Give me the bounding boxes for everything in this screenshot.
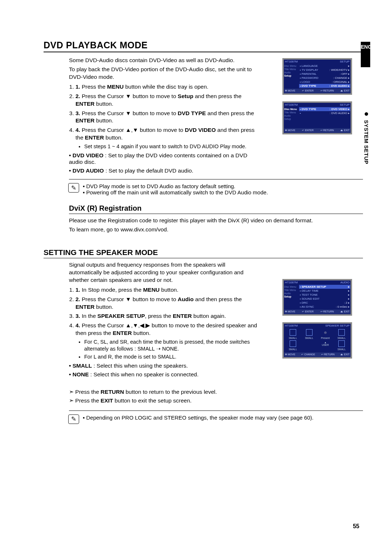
note-icon: ✎ xyxy=(68,183,79,193)
page-number: 55 xyxy=(353,523,359,530)
substep-csl-sr: For C, SL, and SR, each time the button … xyxy=(84,339,258,352)
note-icon: ✎ xyxy=(68,414,79,424)
osd-audio-screenshot: HT1087MAUDIO Disc MenuTitle MenuAudioSet… xyxy=(282,279,352,316)
note-2: Depending on PRO LOGIC and STEREO settin… xyxy=(83,414,363,421)
heading-dvd-playback: DVD PLAYBACK MODE xyxy=(44,40,363,52)
divx-text-1: Please use the Registration code to regi… xyxy=(69,217,363,225)
osd-dvdtype-screenshot: HT1087MSETUP Disc MenuTitle MenuAudioSet… xyxy=(282,101,352,134)
intro-text-2: To play back the DVD-Video portion of th… xyxy=(69,66,258,81)
heading-divx: DviX (R) Registration xyxy=(69,204,363,214)
exit-hint: Press the EXIT button to exit the setup … xyxy=(69,397,258,404)
steps-speaker: 1. In Stop mode, press the MENU button. … xyxy=(69,286,258,360)
speaker-intro: Signal outputs and frequency responses f… xyxy=(69,261,258,284)
heading-speaker-mode: SETTING THE SPEAKER MODE xyxy=(44,248,363,258)
osd-speaker-setup-screenshot: HT1087MSPEAKER SETUP ◎ SMALLSMALLPresent… xyxy=(282,322,352,359)
none-desc: NONE : Select this when no speaker is co… xyxy=(69,371,258,378)
osd-setup-screenshot: HT1087MSETUP Disc MenuTitle MenuAudioSet… xyxy=(282,58,352,95)
dvd-video-desc: DVD VIDEO : Set to play the DVD video co… xyxy=(69,152,258,165)
steps-dvd-playback: 1. Press the MENU button while the disc … xyxy=(69,83,258,150)
return-hint: Press the RETURN button to return to the… xyxy=(69,389,258,395)
intro-text-1: Some DVD-Audio discs contain DVD-Video a… xyxy=(69,57,258,64)
substep-lr: For L and R, the mode is set to SMALL. xyxy=(84,353,258,360)
dvd-audio-desc: DVD AUDIO : Set to play the default DVD … xyxy=(69,167,258,174)
small-desc: SMALL : Select this when using the speak… xyxy=(69,363,258,369)
note-1: DVD Play mode is set to DVD Audio as fac… xyxy=(83,183,363,195)
substep-switch-audio: Set steps 1 ~ 4 again if you want to swi… xyxy=(84,143,258,150)
divx-text-2: To learn more, go to www.divx.com/vod. xyxy=(69,226,363,234)
